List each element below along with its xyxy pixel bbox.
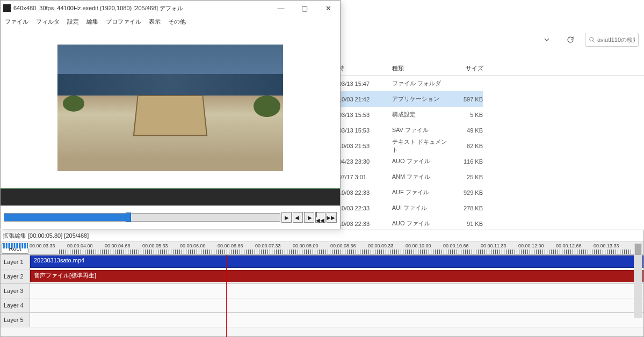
layer-label[interactable]: Layer 3: [1, 284, 30, 298]
time-label: 00:00:12.66: [556, 243, 582, 248]
file-row[interactable]: 07/17 3:01ANM ファイル25 KB: [338, 169, 483, 185]
clip[interactable]: 音声ファイル[標準再生]: [30, 270, 643, 282]
menu-item[interactable]: 編集: [86, 18, 98, 26]
layers: Layer 120230313sato.mp4Layer 2音声ファイル[標準再…: [1, 255, 643, 327]
step-forward-button[interactable]: |▶: [304, 212, 314, 223]
file-row[interactable]: 10/03 22:33AUF ファイル929 KB: [338, 185, 483, 200]
clip[interactable]: 20230313sato.mp4: [30, 255, 643, 268]
maximize-button[interactable]: ▢: [293, 1, 316, 16]
video-frame: [57, 45, 283, 171]
file-list: 03/13 15:47ファイル フォルダ10/03 21:42アプリケーション5…: [338, 76, 483, 231]
minimize-button[interactable]: —: [269, 1, 293, 16]
file-row[interactable]: 04/23 23:30AUO ファイル116 KB: [338, 153, 483, 169]
time-label: 00:00:10.66: [443, 243, 469, 248]
time-label: 00:00:11.33: [481, 243, 506, 248]
menu-bar: ファイルフィルタ設定編集プロファイル表示その他: [1, 16, 340, 27]
file-row[interactable]: 10/03 21:42アプリケーション597 KB: [338, 91, 483, 107]
file-row[interactable]: 10/03 21:53テキスト ドキュメント82 KB: [338, 138, 483, 153]
menu-item[interactable]: プロファイル: [106, 18, 141, 26]
play-button[interactable]: ▶: [281, 212, 292, 223]
menu-item[interactable]: その他: [168, 18, 186, 26]
layer-row: Layer 5: [1, 313, 643, 327]
file-row[interactable]: 03/13 15:53構成設定5 KB: [338, 107, 483, 122]
time-label: 00:00:09.33: [368, 243, 394, 248]
layer-label[interactable]: Layer 4: [1, 298, 30, 312]
frame-indicator: [3, 243, 28, 248]
layer-track[interactable]: 音声ファイル[標準再生]: [30, 269, 643, 283]
layer-label[interactable]: Layer 1: [1, 255, 30, 269]
layer-track[interactable]: [30, 313, 643, 327]
menu-item[interactable]: ファイル: [5, 18, 28, 26]
col-date[interactable]: 時: [338, 64, 392, 72]
time-label: 00:00:06.66: [218, 243, 243, 248]
layer-track[interactable]: [30, 284, 643, 298]
app-icon: [3, 4, 11, 12]
svg-point-0: [590, 38, 594, 41]
seek-bar[interactable]: [4, 213, 280, 222]
time-label: 00:00:04.66: [105, 243, 131, 248]
layer-label[interactable]: Layer 2: [1, 269, 30, 283]
layer-label[interactable]: Layer 5: [1, 313, 30, 327]
layer-row: Layer 4: [1, 298, 643, 313]
search-input[interactable]: [597, 36, 635, 43]
go-end-button[interactable]: ▶▶|: [327, 212, 337, 223]
waveform-area: [1, 188, 340, 206]
time-label: 00:00:10.00: [406, 243, 431, 248]
menu-item[interactable]: 表示: [149, 18, 161, 26]
timeline-header: Root 00:00:03.3300:00:04.0000:00:04.6600…: [1, 242, 643, 255]
layer-track[interactable]: 20230313sato.mp4: [30, 255, 643, 269]
search-box[interactable]: [585, 33, 639, 47]
layer-row: Layer 3: [1, 284, 643, 298]
file-row[interactable]: 10/03 22:33AUO ファイル91 KB: [338, 216, 483, 231]
time-label: 00:00:03.33: [30, 243, 55, 248]
transport-controls: ▶ ◀| |▶ |◀◀ ▶▶|: [1, 206, 340, 229]
file-row[interactable]: 10/03 22:33AUI ファイル278 KB: [338, 200, 483, 216]
menu-item[interactable]: 設定: [67, 18, 79, 26]
time-label: 00:00:12.00: [518, 243, 544, 248]
close-button[interactable]: ✕: [316, 1, 340, 16]
time-label: 00:00:13.33: [594, 243, 619, 248]
vertical-scrollbar[interactable]: [634, 243, 642, 318]
playhead[interactable]: [226, 255, 227, 337]
file-row[interactable]: 03/13 15:53SAV ファイル49 KB: [338, 122, 483, 138]
layer-track[interactable]: [30, 298, 643, 312]
layer-row: Layer 2音声ファイル[標準再生]: [1, 269, 643, 284]
col-type[interactable]: 種類: [392, 64, 451, 72]
step-back-button[interactable]: ◀|: [293, 212, 303, 223]
refresh-icon[interactable]: [561, 32, 580, 47]
menu-item[interactable]: フィルタ: [36, 18, 60, 26]
time-label: 00:00:07.33: [255, 243, 281, 248]
video-canvas: [1, 27, 340, 188]
time-ruler[interactable]: 00:00:03.3300:00:04.0000:00:04.6600:00:0…: [30, 242, 643, 254]
timeline-window: 拡張編集 [00:00:05.80] [205/468] Root 00:00:…: [0, 230, 644, 337]
layer-row: Layer 120230313sato.mp4: [1, 255, 643, 269]
time-label: 00:00:08.00: [293, 243, 319, 248]
time-label: 00:00:04.00: [67, 243, 93, 248]
preview-window: 640x480_30fps_44100Hz.exedit (1920,1080)…: [0, 0, 341, 229]
file-header: 時 種類 サイズ: [338, 62, 644, 76]
titlebar[interactable]: 640x480_30fps_44100Hz.exedit (1920,1080)…: [1, 1, 340, 16]
search-icon: [589, 36, 595, 43]
dropdown-icon[interactable]: [538, 32, 556, 47]
time-label: 00:00:08.66: [330, 243, 356, 248]
timeline-title: 拡張編集 [00:00:05.80] [205/468]: [1, 230, 643, 242]
time-label: 00:00:06.00: [180, 243, 206, 248]
file-row[interactable]: 03/13 15:47ファイル フォルダ: [338, 76, 483, 91]
col-size[interactable]: サイズ: [451, 64, 483, 72]
window-title: 640x480_30fps_44100Hz.exedit (1920,1080)…: [13, 4, 269, 12]
go-start-button[interactable]: |◀◀: [315, 212, 325, 223]
time-label: 00:00:05.33: [142, 243, 168, 248]
